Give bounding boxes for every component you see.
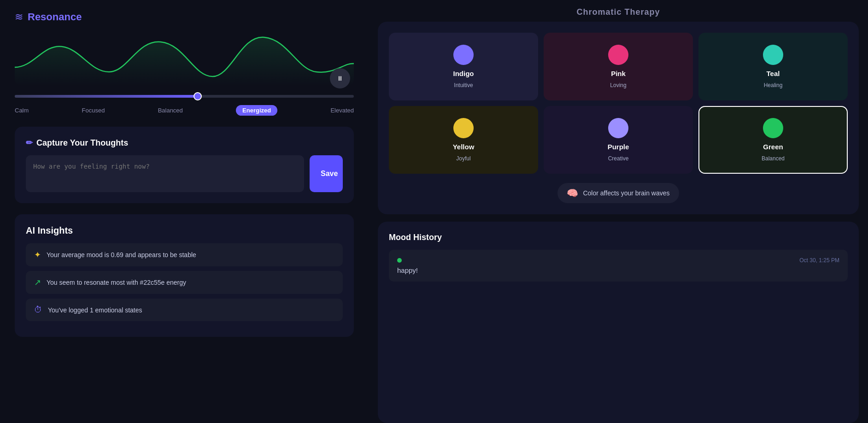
mood-history-panel: Mood History Oct 30, 1:25 PM happy! <box>378 222 859 423</box>
mood-slider-track[interactable] <box>15 95 354 98</box>
ai-insights-heading: AI Insights <box>26 225 343 236</box>
brain-waves-badge: 🧠 Color affects your brain waves <box>557 183 679 203</box>
chromatic-header: Chromatic Therapy <box>378 0 859 22</box>
color-card-yellow[interactable]: Yellow Joyful <box>389 106 538 174</box>
capture-heading-text: Capture Your Thoughts <box>36 138 128 148</box>
teal-dot <box>763 45 783 65</box>
color-card-purple[interactable]: Purple Creative <box>544 106 693 174</box>
teal-desc: Healing <box>764 82 783 88</box>
pause-button[interactable]: ⏸ <box>330 68 350 88</box>
color-card-pink[interactable]: Pink Loving <box>544 33 693 100</box>
app-header: ≋ Resonance <box>0 0 369 30</box>
ai-insights-section: AI Insights ✦ Your average mood is 0.69 … <box>15 214 354 337</box>
color-therapy-panel: Indigo Intuitive Pink Loving Teal Healin… <box>378 22 859 214</box>
purple-dot <box>608 118 628 138</box>
capture-heading: ✏ Capture Your Thoughts <box>26 138 343 148</box>
yellow-desc: Joyful <box>456 155 470 162</box>
brain-badge-text: Color affects your brain waves <box>583 189 669 197</box>
insight-logged-text: You've logged 1 emotional states <box>48 306 142 314</box>
color-grid: Indigo Intuitive Pink Loving Teal Healin… <box>389 33 848 174</box>
mood-slider-fill <box>15 95 201 98</box>
yellow-dot <box>453 118 474 138</box>
teal-name: Teal <box>767 70 780 77</box>
mood-entry: Oct 30, 1:25 PM happy! <box>389 250 848 282</box>
mood-slider-section: Calm Focused Balanced Energized Elevated <box>15 95 354 116</box>
left-panel: ≋ Resonance ⏸ Calm Focused Balanced Ene <box>0 0 369 423</box>
mood-timestamp: Oct 30, 1:25 PM <box>799 257 839 264</box>
mood-entry-dot <box>397 258 402 263</box>
capture-textarea[interactable] <box>26 155 304 192</box>
pink-dot <box>608 45 628 65</box>
mood-label-energized[interactable]: Energized <box>236 105 277 116</box>
mood-entry-text: happy! <box>397 266 839 274</box>
mood-label-focused[interactable]: Focused <box>82 107 105 114</box>
save-button[interactable]: Save <box>310 155 343 192</box>
capture-input-row: Save <box>26 155 343 192</box>
wave-chart <box>15 30 354 86</box>
capture-section: ✏ Capture Your Thoughts Save <box>15 127 354 203</box>
pink-desc: Loving <box>610 82 626 88</box>
insight-card-logged: ⏱ You've logged 1 emotional states <box>26 299 343 321</box>
green-name: Green <box>763 143 783 151</box>
pink-name: Pink <box>611 70 626 77</box>
color-card-teal[interactable]: Teal Healing <box>698 33 848 100</box>
insight-energy-text: You seem to resonate most with #22c55e e… <box>47 279 186 286</box>
right-panel: Chromatic Therapy Indigo Intuitive Pink … <box>369 0 868 423</box>
mood-labels: Calm Focused Balanced Energized Elevated <box>15 105 354 116</box>
indigo-dot <box>453 45 474 65</box>
purple-desc: Creative <box>608 155 629 162</box>
mood-label-calm[interactable]: Calm <box>15 107 29 114</box>
mood-history-heading: Mood History <box>389 233 848 242</box>
brain-icon: 🧠 <box>567 188 578 199</box>
mood-label-balanced[interactable]: Balanced <box>158 107 183 114</box>
clock-icon: ⏱ <box>34 305 42 315</box>
color-card-indigo[interactable]: Indigo Intuitive <box>389 33 538 100</box>
mood-label-elevated[interactable]: Elevated <box>330 107 354 114</box>
mood-entry-top: Oct 30, 1:25 PM <box>397 257 839 264</box>
indigo-name: Indigo <box>453 70 474 77</box>
green-desc: Balanced <box>762 155 785 162</box>
insight-mood-text: Your average mood is 0.69 and appears to… <box>47 251 196 258</box>
color-card-green[interactable]: Green Balanced <box>698 106 848 174</box>
logo-waves-icon: ≋ <box>15 11 23 23</box>
star-icon: ✦ <box>34 250 41 260</box>
mood-slider-thumb[interactable] <box>194 92 202 100</box>
pencil-icon: ✏ <box>26 138 33 148</box>
green-dot <box>763 118 783 138</box>
yellow-name: Yellow <box>453 143 475 151</box>
chromatic-title: Chromatic Therapy <box>576 7 660 17</box>
purple-name: Purple <box>608 143 629 151</box>
app-title: Resonance <box>28 11 82 23</box>
indigo-desc: Intuitive <box>454 82 473 88</box>
insight-card-mood: ✦ Your average mood is 0.69 and appears … <box>26 243 343 266</box>
insight-card-energy: ↗ You seem to resonate most with #22c55e… <box>26 271 343 294</box>
trend-icon: ↗ <box>34 277 41 288</box>
